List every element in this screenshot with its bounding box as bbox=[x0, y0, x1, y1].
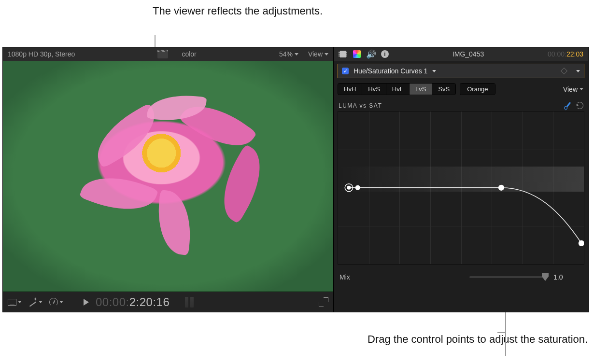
curve-title: LUMA vs SAT bbox=[339, 102, 382, 109]
viewer-canvas[interactable] bbox=[3, 61, 333, 292]
app-frame: 1080p HD 30p, Stereo color 54% View bbox=[3, 47, 588, 312]
chevron-down-icon bbox=[18, 301, 22, 303]
curve-channel-segmented: Orange bbox=[460, 83, 495, 95]
clip-duration: 00:00:22:03 bbox=[548, 50, 583, 58]
keyframe-icon[interactable] bbox=[561, 68, 567, 74]
viewer-view-label: View bbox=[308, 50, 323, 58]
viewer-header: 1080p HD 30p, Stereo color 54% View bbox=[3, 47, 333, 61]
curve-canvas[interactable] bbox=[338, 111, 584, 265]
svg-point-1 bbox=[347, 186, 351, 190]
play-button[interactable] bbox=[84, 299, 89, 306]
auto-enhance-icon bbox=[28, 298, 37, 307]
viewer-view-dropdown[interactable]: View bbox=[308, 50, 328, 58]
effect-enable-checkbox[interactable]: ✓ bbox=[342, 68, 349, 74]
curve-control-point[interactable] bbox=[498, 185, 504, 191]
svg-point-2 bbox=[355, 185, 360, 190]
mix-label: Mix bbox=[339, 273, 350, 281]
effect-name: Hue/Saturation Curves 1 bbox=[354, 67, 427, 75]
reset-icon[interactable] bbox=[576, 102, 583, 109]
fullscreen-button[interactable] bbox=[319, 297, 328, 307]
clapperboard-icon[interactable] bbox=[157, 50, 168, 58]
audio-inspector-icon[interactable]: 🔊 bbox=[367, 50, 375, 58]
retime-icon bbox=[49, 298, 58, 307]
curve-end-point[interactable] bbox=[579, 240, 584, 246]
mix-slider-thumb[interactable] bbox=[542, 273, 549, 281]
info-inspector-icon[interactable]: i bbox=[381, 50, 389, 58]
curve-panel: LUMA vs SAT bbox=[338, 100, 584, 265]
clip-name: IMG_0453 bbox=[453, 50, 484, 58]
transform-menu[interactable] bbox=[8, 299, 22, 306]
audio-meters bbox=[185, 297, 194, 308]
viewer-toolbar: 00:00:2:20:16 bbox=[3, 292, 333, 312]
color-inspector-icon[interactable] bbox=[353, 50, 361, 58]
tab-lvs[interactable]: LvS bbox=[410, 84, 432, 95]
curve-type-segmented: HvH HvS HvL LvS SvS bbox=[338, 83, 456, 95]
curve-tabs-row: HvH HvS HvL LvS SvS Orange View bbox=[338, 83, 584, 95]
chevron-down-icon bbox=[325, 53, 328, 56]
mix-slider[interactable] bbox=[469, 276, 547, 278]
viewer-title: color bbox=[182, 50, 196, 58]
inspector-view-dropdown[interactable]: View bbox=[563, 85, 583, 93]
zoom-value: 54% bbox=[279, 50, 293, 58]
callout-curve: Drag the control points to adjust the sa… bbox=[368, 332, 588, 347]
mix-row: Mix 1.0 bbox=[339, 273, 582, 281]
chevron-down-icon bbox=[59, 301, 63, 303]
zoom-dropdown[interactable]: 54% bbox=[279, 50, 298, 58]
viewer-pane: 1080p HD 30p, Stereo color 54% View bbox=[3, 47, 333, 312]
tab-svs[interactable]: SvS bbox=[432, 84, 455, 95]
callout-viewer: The viewer reflects the adjustments. bbox=[153, 4, 323, 18]
chevron-down-icon bbox=[295, 53, 298, 56]
curve-header: LUMA vs SAT bbox=[338, 100, 584, 111]
transform-icon bbox=[8, 299, 16, 306]
tab-hvh[interactable]: HvH bbox=[338, 84, 362, 95]
viewer-timecode[interactable]: 00:00:2:20:16 bbox=[96, 295, 170, 309]
curve-line bbox=[338, 112, 584, 268]
tab-hvs[interactable]: HvS bbox=[362, 84, 386, 95]
tab-hvl[interactable]: HvL bbox=[386, 84, 410, 95]
inspector-pane: 🔊 i IMG_0453 00:00:22:03 ✓ Hue/Saturatio… bbox=[333, 47, 588, 312]
inspector-header: 🔊 i IMG_0453 00:00:22:03 bbox=[334, 47, 588, 61]
timecode-prefix: 00:00: bbox=[96, 295, 129, 308]
eyedropper-icon[interactable] bbox=[564, 102, 570, 109]
video-inspector-icon[interactable] bbox=[339, 51, 347, 57]
effect-preset-chevron-icon[interactable] bbox=[432, 70, 436, 72]
chevron-down-icon bbox=[39, 301, 42, 303]
timecode-value: 2:20:16 bbox=[129, 295, 170, 308]
retime-menu[interactable] bbox=[49, 298, 63, 307]
viewer-image bbox=[3, 61, 333, 292]
chevron-down-icon bbox=[580, 88, 583, 90]
enhance-menu[interactable] bbox=[28, 298, 42, 307]
clip-format-label: 1080p HD 30p, Stereo bbox=[8, 50, 75, 58]
channel-orange[interactable]: Orange bbox=[460, 84, 495, 95]
mix-value[interactable]: 1.0 bbox=[553, 273, 582, 281]
callout-curve-leader bbox=[497, 332, 506, 333]
effect-disclosure-icon[interactable] bbox=[576, 70, 580, 72]
effect-title-bar[interactable]: ✓ Hue/Saturation Curves 1 bbox=[338, 64, 584, 78]
